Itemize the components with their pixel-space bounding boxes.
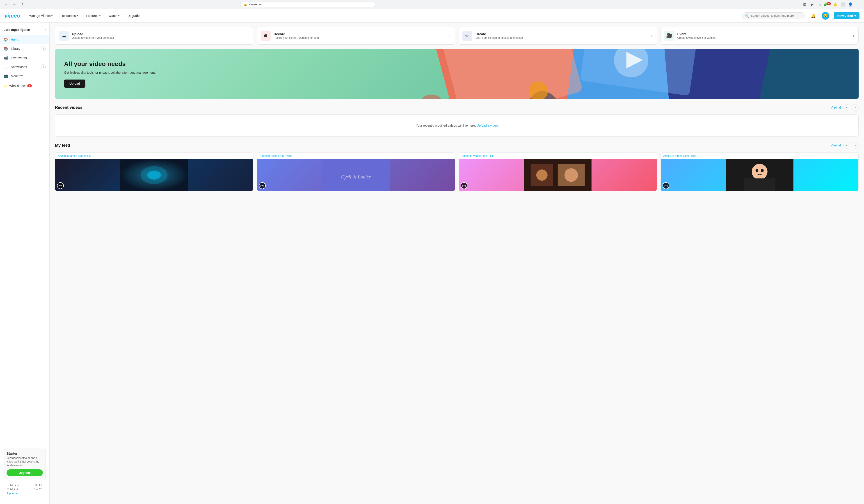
svg-point-24 xyxy=(752,164,767,180)
event-desc: Create a virtual event or webinar xyxy=(677,36,849,40)
whats-new-item[interactable]: ✨ What's new 4 xyxy=(0,82,49,89)
app-container: vimeo Manage Videos ▾ Resources ▾ Featur… xyxy=(0,9,864,504)
forward-button[interactable]: → xyxy=(11,1,17,8)
library-add-button[interactable]: + xyxy=(41,46,46,51)
upload-icon: ☁ xyxy=(59,31,69,41)
sp-badge-4: {SP} xyxy=(662,182,669,189)
record-title: Record xyxy=(274,32,446,36)
event-icon: 🎥 xyxy=(664,31,674,41)
svg-point-26 xyxy=(755,169,758,172)
nav-manage-videos[interactable]: Manage Videos ▾ xyxy=(27,13,54,19)
sp-badge-2: {SP} xyxy=(259,182,266,189)
browser-actions: ⊡ ▶ ☆ 🧩30 🔔 ⬜ 👤 ⋮ xyxy=(801,1,861,8)
recent-prev-button[interactable]: ‹ xyxy=(843,104,850,111)
nav-upgrade[interactable]: Upgrade xyxy=(126,13,142,19)
my-feed-view-all[interactable]: View all xyxy=(831,144,841,147)
feed-card-2[interactable]: Added to Vimeo Staff Picks Cyril & Louis… xyxy=(257,152,455,191)
feed-card-1[interactable]: Added to Vimeo Staff Picks {SP} xyxy=(55,152,253,191)
feed-card-thumb-2: Cyril & Louise {SP} xyxy=(257,159,455,191)
action-card-upload[interactable]: ☁ Upload Upload a video from your comput… xyxy=(55,27,253,45)
feed-card-3[interactable]: Added to Vimeo Staff Picks {SP} xyxy=(459,152,657,191)
refresh-button[interactable]: ↻ xyxy=(20,1,26,8)
browser-chrome: ← → ↻ 🔒 vimeo.com ⊡ ▶ ☆ 🧩30 🔔 ⬜ 👤 ⋮ xyxy=(0,0,864,9)
action-card-record[interactable]: ⏺ Record Record your screen, webcam, or … xyxy=(257,27,455,45)
create-desc: Start from scratch or choose a template xyxy=(476,36,647,40)
search-bar[interactable]: 🔍 xyxy=(742,12,805,19)
upgrade-link[interactable]: Upgrade xyxy=(7,492,17,495)
window-icon[interactable]: ⬜ xyxy=(840,1,846,8)
upgrade-button[interactable]: Upgrade xyxy=(7,469,43,476)
top-nav: vimeo Manage Videos ▾ Resources ▾ Featur… xyxy=(0,9,864,23)
feed-next-button[interactable]: › xyxy=(852,142,859,149)
create-plus-icon[interactable]: + xyxy=(651,34,653,38)
feed-card-4[interactable]: Added to Vimeo Staff Picks xyxy=(660,152,859,191)
chevron-down-icon: ▾ xyxy=(854,14,856,17)
sidebar-item-home[interactable]: 🏠 Home xyxy=(0,35,49,44)
showcases-add-button[interactable]: + xyxy=(41,64,46,69)
svg-point-9 xyxy=(418,95,445,99)
feed-prev-button[interactable]: ‹ xyxy=(843,142,850,149)
record-plus-icon[interactable]: + xyxy=(449,34,451,38)
plan-description: 60 videos/seat/year and a video toolkit … xyxy=(7,456,43,468)
star-icon[interactable]: ☆ xyxy=(817,1,823,8)
hero-banner: All your video needs Get high-quality to… xyxy=(55,49,859,99)
user-selector[interactable]: Lars Ingebrigtsen ▾ xyxy=(0,26,49,33)
limit-row-1: Total Limit 0 of 2 xyxy=(7,484,42,487)
nav-watch[interactable]: Watch ▾ xyxy=(107,13,121,19)
upload-plus-icon[interactable]: + xyxy=(247,34,250,38)
feed-cards: Added to Vimeo Staff Picks {SP} xyxy=(55,152,859,191)
menu-dots-icon[interactable]: ⋮ xyxy=(855,1,861,8)
action-card-event[interactable]: 🎥 Event Create a virtual event or webina… xyxy=(660,27,859,45)
create-title: Create xyxy=(476,32,647,36)
cast-icon[interactable]: ⊡ xyxy=(801,1,808,8)
nav-resources[interactable]: Resources ▾ xyxy=(59,13,80,19)
recent-videos-view-all[interactable]: View all xyxy=(831,106,841,109)
sidebar: Lars Ingebrigtsen ▾ 🏠 Home 📚 Library + 📹… xyxy=(0,23,50,504)
recent-videos-empty: Your recently modified videos will live … xyxy=(55,115,859,136)
sparkle-icon: ✨ xyxy=(4,84,8,88)
plan-name: Starter xyxy=(7,452,43,455)
search-input[interactable] xyxy=(751,14,802,17)
recent-videos-title: Recent videos xyxy=(55,105,83,110)
extension-icon[interactable]: 🧩30 xyxy=(824,1,831,8)
monetize-icon: 📺 xyxy=(4,74,8,78)
profile-icon[interactable]: 👤 xyxy=(847,1,854,8)
address-bar[interactable]: 🔒 vimeo.com xyxy=(240,2,375,7)
create-icon: ✏ xyxy=(463,31,472,41)
action-card-create[interactable]: ✏ Create Start from scratch or choose a … xyxy=(459,27,657,45)
back-button[interactable]: ← xyxy=(3,1,9,8)
limits-section: Total Limit 0 of 2 Total limit 0 of 25 U… xyxy=(4,482,46,497)
sidebar-item-live-events[interactable]: 📹 Live events xyxy=(0,53,49,62)
extension-badge: 30 xyxy=(827,2,831,5)
hero-cta-button[interactable]: Upload xyxy=(64,80,85,88)
main-content: ☁ Upload Upload a video from your comput… xyxy=(50,23,864,504)
vimeo-logo[interactable]: vimeo xyxy=(4,13,20,19)
upload-desc: Upload a video from your computer xyxy=(72,36,244,40)
feed-card-thumb-3: {SP} xyxy=(459,159,657,191)
whats-new-badge: 4 xyxy=(27,84,32,87)
event-plus-icon[interactable]: + xyxy=(852,34,855,38)
feed-card-label-3: Added to Vimeo Staff Picks xyxy=(459,153,657,159)
sidebar-item-library[interactable]: 📚 Library + xyxy=(0,44,49,53)
play-icon[interactable]: ▶ xyxy=(809,1,815,8)
feed-card-label-1: Added to Vimeo Staff Picks xyxy=(55,153,253,159)
sidebar-bottom: Starter 60 videos/seat/year and a video … xyxy=(0,445,49,500)
nav-features[interactable]: Features ▾ xyxy=(84,13,102,19)
sidebar-item-showcases[interactable]: ⊞ Showcases + xyxy=(0,62,49,72)
action-cards: ☁ Upload Upload a video from your comput… xyxy=(55,27,859,45)
feed-card-label-4: Added to Vimeo Staff Picks xyxy=(661,153,859,159)
svg-rect-4 xyxy=(442,49,583,99)
sidebar-item-monetize[interactable]: 📺 Monetize xyxy=(0,72,49,81)
hero-title: All your video needs xyxy=(64,60,159,68)
user-avatar[interactable]: 😊 xyxy=(821,12,829,20)
upload-title: Upload xyxy=(72,32,244,36)
hero-illustration xyxy=(376,49,859,99)
notification-bell-icon[interactable]: 🔔 xyxy=(832,1,838,8)
my-feed-header: My feed View all ‹ › xyxy=(55,142,859,149)
notification-bell-button[interactable]: 🔔 xyxy=(809,12,817,20)
new-video-button[interactable]: New video ▾ xyxy=(834,12,860,20)
chevron-down-icon: ▾ xyxy=(99,14,100,17)
recent-next-button[interactable]: › xyxy=(852,104,859,111)
event-title: Event xyxy=(677,32,849,36)
upload-video-link[interactable]: Upload a video xyxy=(477,124,497,127)
